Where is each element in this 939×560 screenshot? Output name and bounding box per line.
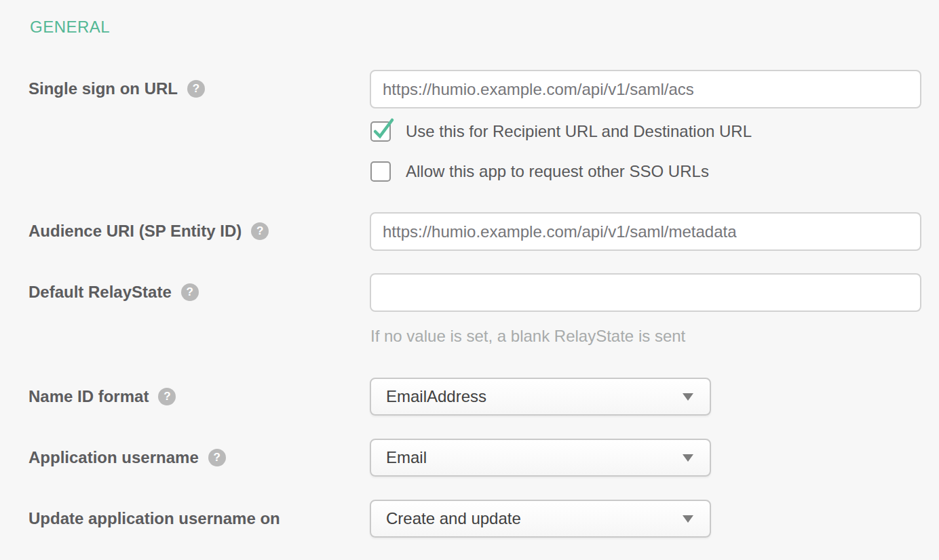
default-relaystate-label-row: Default RelayState ? bbox=[28, 283, 199, 302]
help-icon[interactable]: ? bbox=[158, 388, 176, 405]
update-application-username-label: Update application username on bbox=[28, 509, 280, 528]
saml-general-settings-section: GENERAL Single sign on URL ? Use this fo… bbox=[0, 0, 939, 560]
sso-url-label: Single sign on URL bbox=[28, 79, 178, 98]
audience-uri-input[interactable] bbox=[370, 212, 921, 251]
name-id-format-label: Name ID format bbox=[28, 387, 149, 406]
audience-uri-label-row: Audience URI (SP Entity ID) ? bbox=[28, 222, 269, 241]
application-username-label: Application username bbox=[28, 448, 199, 467]
help-icon[interactable]: ? bbox=[251, 222, 269, 240]
sso-url-label-row: Single sign on URL ? bbox=[28, 79, 205, 98]
sso-url-input[interactable] bbox=[370, 70, 921, 108]
name-id-format-label-row: Name ID format ? bbox=[28, 387, 176, 406]
checkmark-icon bbox=[370, 117, 396, 143]
chevron-down-icon bbox=[683, 393, 693, 401]
other-sso-urls-checkbox[interactable] bbox=[370, 161, 391, 182]
section-title: GENERAL bbox=[30, 18, 110, 37]
application-username-select[interactable]: Email bbox=[370, 439, 711, 477]
help-icon[interactable]: ? bbox=[181, 283, 199, 301]
name-id-format-select[interactable]: EmailAddress bbox=[370, 378, 711, 416]
relaystate-helper-text: If no value is set, a blank RelayState i… bbox=[370, 327, 685, 346]
help-icon[interactable]: ? bbox=[187, 80, 205, 98]
default-relaystate-input[interactable] bbox=[370, 273, 921, 312]
update-application-username-label-row: Update application username on bbox=[28, 509, 280, 528]
other-sso-urls-checkbox-row[interactable]: Allow this app to request other SSO URLs bbox=[370, 161, 709, 182]
update-application-username-select[interactable]: Create and update bbox=[370, 500, 711, 538]
update-application-username-selected-value: Create and update bbox=[386, 509, 521, 528]
recipient-url-checkbox-label: Use this for Recipient URL and Destinati… bbox=[406, 122, 752, 141]
application-username-label-row: Application username ? bbox=[28, 448, 226, 467]
recipient-url-checkbox-row[interactable]: Use this for Recipient URL and Destinati… bbox=[370, 121, 752, 142]
name-id-format-selected-value: EmailAddress bbox=[386, 387, 486, 406]
recipient-url-checkbox[interactable] bbox=[370, 121, 391, 142]
chevron-down-icon bbox=[683, 515, 693, 523]
chevron-down-icon bbox=[683, 454, 693, 462]
help-icon[interactable]: ? bbox=[208, 449, 226, 466]
other-sso-urls-checkbox-label: Allow this app to request other SSO URLs bbox=[406, 162, 709, 181]
default-relaystate-label: Default RelayState bbox=[28, 283, 172, 302]
audience-uri-label: Audience URI (SP Entity ID) bbox=[28, 222, 242, 241]
application-username-selected-value: Email bbox=[386, 448, 427, 467]
